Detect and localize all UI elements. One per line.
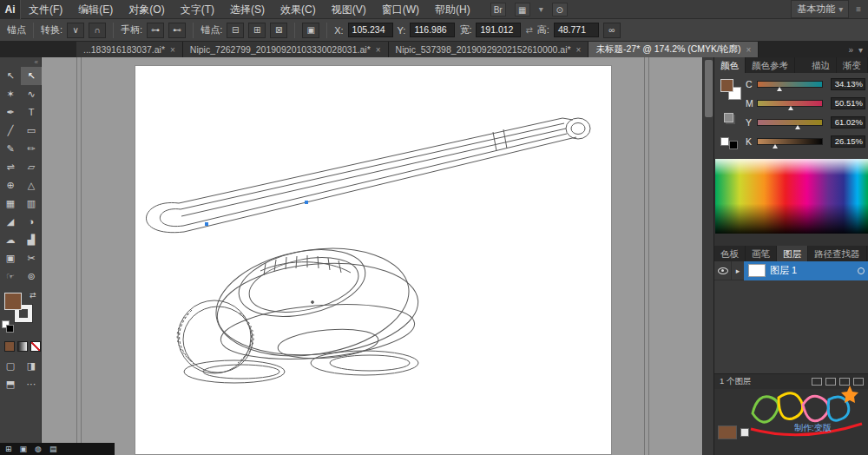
- shape-builder-tool[interactable]: ⊕: [0, 176, 21, 195]
- close-icon[interactable]: ×: [576, 45, 582, 55]
- eyedropper-tool[interactable]: ◢: [0, 213, 21, 231]
- vertical-scrollbar[interactable]: [702, 57, 713, 455]
- menu-edit[interactable]: 编辑(E): [70, 0, 121, 19]
- layer-name[interactable]: 图层 1: [770, 264, 853, 277]
- slice-tool[interactable]: ✂: [21, 249, 42, 267]
- black-swatch[interactable]: [729, 141, 738, 149]
- slider-thumb[interactable]: [795, 125, 800, 129]
- default-fill-stroke-icon[interactable]: [6, 325, 14, 333]
- black-slider[interactable]: [757, 138, 823, 145]
- layer-thumbnail[interactable]: [748, 264, 766, 277]
- close-icon[interactable]: ×: [746, 45, 751, 55]
- none-mode-button[interactable]: [30, 341, 41, 352]
- menu-effect[interactable]: 效果(C): [273, 0, 324, 19]
- start-button-icon[interactable]: ⊞: [5, 443, 12, 455]
- white-swatch[interactable]: [720, 137, 729, 146]
- close-icon[interactable]: ×: [376, 45, 381, 55]
- link-dimensions-button[interactable]: ∞: [603, 23, 621, 38]
- menu-select[interactable]: 选择(S): [222, 0, 273, 19]
- bridge-icon[interactable]: Br: [490, 3, 506, 16]
- line-segment-tool[interactable]: ╱: [0, 122, 21, 140]
- yellow-value-field[interactable]: 61.02%: [831, 116, 865, 129]
- taskbar-app-icon[interactable]: ▣: [20, 443, 28, 455]
- isolate-selection-button[interactable]: ▣: [302, 23, 319, 38]
- web-color-warning-icon[interactable]: [724, 113, 733, 122]
- color-mode-button[interactable]: [4, 341, 15, 352]
- remove-anchor-button[interactable]: ⊟: [227, 23, 244, 38]
- tab-pathfinder[interactable]: 路径查找器: [808, 246, 867, 261]
- convert-to-smooth-button[interactable]: ∩: [89, 23, 106, 38]
- canvas-area[interactable]: [42, 57, 713, 455]
- show-handles-button[interactable]: ⊶: [147, 23, 164, 38]
- toolbar-collapse-icon[interactable]: «: [0, 57, 41, 67]
- menu-type[interactable]: 文字(T): [173, 0, 222, 19]
- menu-view[interactable]: 视图(V): [324, 0, 374, 19]
- add-anchor-button[interactable]: ⊞: [248, 23, 266, 38]
- magic-wand-tool[interactable]: ✶: [0, 85, 21, 103]
- gradient-tool[interactable]: ▥: [21, 195, 42, 213]
- scrollbar-thumb[interactable]: [705, 60, 713, 117]
- taskbar-app-icon[interactable]: ▤: [49, 443, 57, 455]
- document-tab-3[interactable]: Nipic_537398_20190929202152610000.ai* ×: [389, 42, 589, 57]
- tab-color-guide[interactable]: 颜色参考: [746, 57, 795, 73]
- hand-tool[interactable]: ☞: [0, 267, 21, 286]
- tab-color[interactable]: 颜色: [714, 57, 746, 73]
- layer-selected-area[interactable]: 图层 1: [744, 261, 868, 280]
- width-value-field[interactable]: 191.012: [476, 23, 521, 37]
- yellow-slider[interactable]: [757, 119, 823, 126]
- tab-swatches[interactable]: 色板: [714, 246, 746, 261]
- document-tab-active[interactable]: 未标题-27* @ 174.2% (CMYK/轮廓) ×: [589, 42, 759, 57]
- taskbar-app-icon[interactable]: ◍: [35, 443, 42, 455]
- hide-handles-button[interactable]: ⊷: [168, 23, 186, 38]
- layer-target-icon[interactable]: [858, 267, 865, 274]
- document-tab-2[interactable]: Nipic_7262799_20190920103330028031.ai* ×: [183, 42, 389, 57]
- direct-selection-tool[interactable]: ↖: [21, 67, 42, 85]
- fill-proxy-swatch[interactable]: [720, 79, 733, 92]
- paintbrush-tool[interactable]: ✎: [0, 140, 21, 158]
- draw-inside-button[interactable]: ⬒: [0, 375, 21, 393]
- fill-color-swatch[interactable]: [4, 293, 22, 310]
- arrange-documents-icon[interactable]: ▦: [515, 3, 530, 16]
- cut-path-button[interactable]: ⊠: [270, 23, 287, 38]
- menu-object[interactable]: 对象(O): [121, 0, 172, 19]
- blend-tool[interactable]: ◑: [21, 213, 42, 231]
- cyan-slider[interactable]: [757, 81, 823, 88]
- cyan-value-field[interactable]: 34.13%: [831, 78, 865, 90]
- visibility-cell[interactable]: [714, 261, 732, 280]
- width-tool[interactable]: ⇌: [0, 158, 21, 176]
- tab-layers[interactable]: 图层: [777, 246, 808, 261]
- tab-menu-icon[interactable]: ▾: [858, 45, 863, 55]
- selection-tool[interactable]: ↖: [0, 67, 21, 85]
- close-icon[interactable]: ×: [170, 45, 175, 55]
- mesh-tool[interactable]: ▦: [0, 195, 21, 213]
- document-tab-1[interactable]: ...183916183037.ai* ×: [76, 42, 183, 57]
- swap-dimensions-icon[interactable]: ⇄: [525, 25, 532, 35]
- menu-file[interactable]: 文件(F): [21, 0, 70, 19]
- symbol-sprayer-tool[interactable]: ☁: [0, 231, 21, 249]
- tab-overflow-icon[interactable]: »: [848, 45, 853, 55]
- layer-row[interactable]: ▸ 图层 1: [714, 261, 868, 280]
- perspective-grid-tool[interactable]: △: [21, 176, 42, 195]
- black-value-field[interactable]: 26.15%: [831, 135, 865, 148]
- y-value-field[interactable]: 116.986: [410, 23, 455, 37]
- x-value-field[interactable]: 105.234: [348, 23, 393, 37]
- menu-window[interactable]: 窗口(W): [374, 0, 427, 19]
- slider-thumb[interactable]: [777, 87, 782, 91]
- tab-brushes[interactable]: 画笔: [746, 246, 777, 261]
- free-transform-tool[interactable]: ▱: [21, 158, 42, 176]
- slider-thumb[interactable]: [773, 144, 778, 148]
- panel-menu-icon[interactable]: ≡: [856, 4, 861, 14]
- swap-fill-stroke-icon[interactable]: ⇄: [30, 291, 36, 300]
- column-graph-tool[interactable]: ▟: [21, 231, 42, 249]
- draw-behind-button[interactable]: ◨: [21, 357, 42, 375]
- magenta-value-field[interactable]: 50.51%: [831, 97, 865, 109]
- artwork[interactable]: [42, 57, 713, 455]
- color-spectrum[interactable]: [715, 159, 868, 234]
- gradient-mode-button[interactable]: [17, 341, 28, 352]
- lasso-tool[interactable]: ∿: [21, 85, 42, 103]
- screen-mode-button[interactable]: ⋯: [21, 375, 42, 393]
- pencil-tool[interactable]: ✏: [21, 140, 42, 158]
- search-icon[interactable]: ⊙: [552, 3, 568, 16]
- type-tool[interactable]: T: [21, 103, 42, 122]
- workspace-switcher[interactable]: 基本功能 ▾: [791, 0, 849, 18]
